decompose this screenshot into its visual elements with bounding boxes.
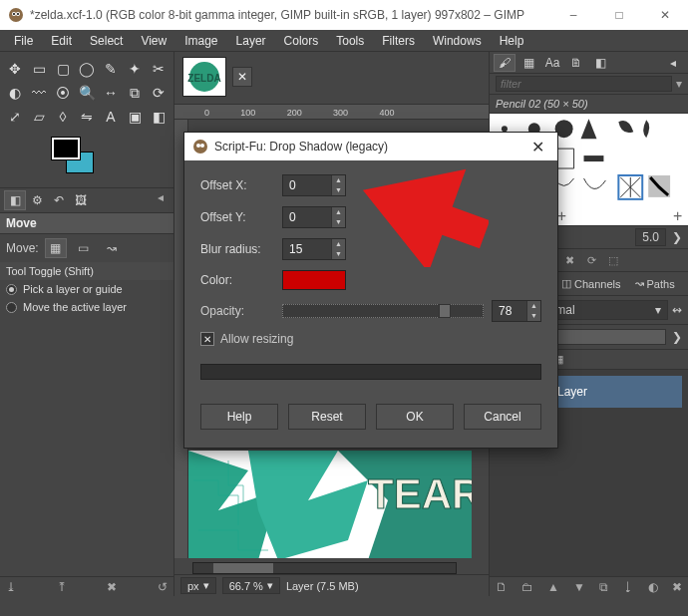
tool-fuzzy-select[interactable]: ✦ bbox=[124, 58, 146, 80]
zoom-dropdown[interactable]: 66.7 %▾ bbox=[222, 577, 280, 594]
cancel-button[interactable]: Cancel bbox=[464, 404, 541, 430]
tab-tool-options[interactable]: ◧ bbox=[4, 190, 26, 210]
tool-crop[interactable]: ⧉ bbox=[124, 82, 146, 104]
layer-group-icon[interactable]: 🗀 bbox=[521, 580, 533, 594]
step-up-icon[interactable]: ▲ bbox=[331, 207, 345, 217]
step-down-icon[interactable]: ▼ bbox=[331, 185, 345, 195]
reset-button[interactable]: Reset bbox=[288, 404, 366, 430]
tool-shear[interactable]: ▱ bbox=[28, 106, 50, 128]
ok-button[interactable]: OK bbox=[376, 404, 454, 430]
fg-color-swatch[interactable] bbox=[52, 138, 80, 159]
menu-select[interactable]: Select bbox=[82, 32, 131, 50]
delete-layer-icon[interactable]: ✖ bbox=[672, 580, 682, 594]
tab-device-status[interactable]: ⚙ bbox=[26, 190, 48, 210]
tool-bucket[interactable]: ▣ bbox=[124, 106, 146, 128]
step-up-icon[interactable]: ▲ bbox=[526, 301, 540, 311]
tool-picker[interactable]: ⦿ bbox=[52, 82, 74, 104]
menu-layer[interactable]: Layer bbox=[228, 32, 274, 50]
tool-ellipse-select[interactable]: ◯ bbox=[76, 58, 98, 80]
minimize-button[interactable]: – bbox=[550, 0, 596, 30]
tab-undo-history[interactable]: ↶ bbox=[48, 190, 70, 210]
image-tab-close[interactable]: ✕ bbox=[232, 67, 252, 87]
step-down-icon[interactable]: ▼ bbox=[331, 217, 345, 227]
tool-text[interactable]: A bbox=[100, 106, 122, 128]
tool-rotate[interactable]: ⟳ bbox=[148, 82, 170, 104]
raise-layer-icon[interactable]: ▲ bbox=[547, 580, 559, 594]
tab-paths[interactable]: ↝Paths bbox=[629, 274, 681, 293]
menu-file[interactable]: File bbox=[6, 32, 41, 50]
dock-menu-icon[interactable]: ◂ bbox=[152, 190, 170, 210]
maximize-button[interactable]: □ bbox=[596, 0, 642, 30]
restore-options-icon[interactable]: ⤒ bbox=[57, 580, 67, 594]
color-button[interactable] bbox=[282, 270, 346, 290]
menu-image[interactable]: Image bbox=[176, 32, 225, 50]
duplicate-layer-icon[interactable]: ⧉ bbox=[599, 580, 608, 594]
offset-y-input[interactable]: 0 ▲▼ bbox=[282, 206, 346, 228]
step-up-icon[interactable]: ▲ bbox=[331, 175, 345, 185]
tool-scale[interactable]: ⤢ bbox=[4, 106, 26, 128]
tool-fg-select[interactable]: ◐ bbox=[4, 82, 26, 104]
move-mode-selection[interactable]: ▭ bbox=[73, 238, 95, 258]
radio-move-active[interactable]: Move the active layer bbox=[0, 298, 173, 316]
allow-resizing-checkbox[interactable]: ✕ Allow resizing bbox=[200, 332, 541, 346]
mask-icon[interactable]: ◐ bbox=[648, 580, 658, 594]
reset-options-icon[interactable]: ↺ bbox=[158, 580, 168, 594]
refresh-brushes-icon[interactable]: ⟳ bbox=[581, 251, 601, 269]
tab-channels[interactable]: ◫ Channels bbox=[555, 274, 626, 293]
open-as-image-icon[interactable]: ⬚ bbox=[603, 251, 623, 269]
new-layer-icon[interactable]: 🗋 bbox=[496, 580, 508, 594]
tab-document-history[interactable]: 🗎 bbox=[565, 54, 587, 72]
menu-windows[interactable]: Windows bbox=[425, 32, 490, 50]
tool-flip[interactable]: ⇋ bbox=[76, 106, 98, 128]
radio-pick-layer[interactable]: Pick a layer or guide bbox=[0, 280, 173, 298]
layer-name[interactable]: Layer bbox=[557, 385, 587, 399]
opacity-spin[interactable]: 78 ▲▼ bbox=[492, 300, 541, 322]
menu-colors[interactable]: Colors bbox=[276, 32, 327, 50]
color-swatches[interactable] bbox=[0, 132, 173, 187]
brush-spacing[interactable]: 5.0 bbox=[635, 228, 666, 246]
dialog-close-button[interactable]: ✕ bbox=[525, 138, 549, 156]
tab-patterns[interactable]: ▦ bbox=[517, 54, 539, 72]
tab-gradients[interactable]: ◧ bbox=[589, 54, 611, 72]
brush-filter-input[interactable] bbox=[496, 76, 672, 92]
save-options-icon[interactable]: ⤓ bbox=[6, 580, 16, 594]
close-button[interactable]: ✕ bbox=[642, 0, 688, 30]
offset-x-input[interactable]: 0 ▲▼ bbox=[282, 174, 346, 196]
dock-menu-icon[interactable]: ◂ bbox=[662, 54, 684, 72]
tool-paths[interactable]: 〰 bbox=[28, 82, 50, 104]
tool-gradient[interactable]: ◧ bbox=[148, 106, 170, 128]
move-mode-layer[interactable]: ▦ bbox=[45, 238, 67, 258]
horizontal-scrollbar[interactable] bbox=[192, 562, 457, 574]
tool-scissors[interactable]: ✂ bbox=[148, 58, 170, 80]
chevron-icon[interactable]: ❯ bbox=[672, 330, 682, 344]
opacity-slider[interactable] bbox=[282, 304, 484, 318]
tab-fonts[interactable]: Aa bbox=[541, 54, 563, 72]
blur-radius-input[interactable]: 15 ▲▼ bbox=[282, 238, 346, 260]
menu-filters[interactable]: Filters bbox=[374, 32, 423, 50]
menu-help[interactable]: Help bbox=[492, 32, 532, 50]
help-button[interactable]: Help bbox=[200, 404, 278, 430]
chevron-icon[interactable]: ❯ bbox=[672, 230, 682, 244]
tool-rect-select[interactable]: ▢ bbox=[52, 58, 74, 80]
menu-view[interactable]: View bbox=[133, 32, 174, 50]
step-down-icon[interactable]: ▼ bbox=[331, 249, 345, 259]
step-down-icon[interactable]: ▼ bbox=[526, 311, 540, 321]
menu-tools[interactable]: Tools bbox=[328, 32, 372, 50]
tool-align[interactable]: ▭ bbox=[28, 58, 50, 80]
tool-zoom[interactable]: 🔍 bbox=[76, 82, 98, 104]
tool-move[interactable]: ✥ bbox=[4, 58, 26, 80]
lower-layer-icon[interactable]: ▼ bbox=[573, 580, 585, 594]
tool-free-select[interactable]: ✎ bbox=[100, 58, 122, 80]
tab-brushes[interactable]: 🖌 bbox=[494, 54, 516, 72]
tab-images[interactable]: 🖼 bbox=[70, 190, 92, 210]
step-up-icon[interactable]: ▲ bbox=[331, 239, 345, 249]
image-tab-thumbnail[interactable]: ZELDA bbox=[182, 57, 226, 97]
merge-down-icon[interactable]: ⭣ bbox=[622, 580, 634, 594]
tool-perspective[interactable]: ◊ bbox=[52, 106, 74, 128]
menu-edit[interactable]: Edit bbox=[43, 32, 80, 50]
delete-brush-icon[interactable]: ✖ bbox=[559, 251, 579, 269]
delete-options-icon[interactable]: ✖ bbox=[107, 580, 117, 594]
unit-dropdown[interactable]: px▾ bbox=[180, 577, 216, 594]
mode-switch-icon[interactable]: ↭ bbox=[672, 303, 682, 317]
tool-measure[interactable]: ↔ bbox=[100, 82, 122, 104]
